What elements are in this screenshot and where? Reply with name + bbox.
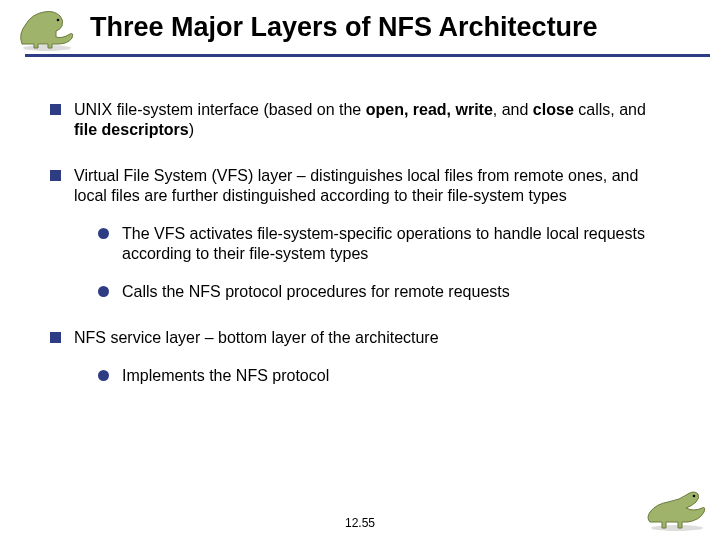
bullet-text: Virtual File System (VFS) layer – distin… [74,166,670,206]
text-bold: open, read, write [366,101,493,118]
text-fragment: , and [493,101,533,118]
svg-point-3 [693,495,696,498]
text-fragment: ) [189,121,194,138]
bullet-nfs-service: NFS service layer – bottom layer of the … [50,328,670,386]
text-bold: close [533,101,574,118]
dinosaur-icon [642,484,712,532]
slide-body: UNIX file-system interface (based on the… [0,70,720,386]
svg-point-1 [57,19,60,22]
slide-title: Three Major Layers of NFS Architecture [90,12,720,43]
text-fragment: calls, and [574,101,646,118]
bullet-unix-interface: UNIX file-system interface (based on the… [50,100,670,140]
page-number: 12.55 [0,516,720,530]
title-underline [25,54,710,57]
text-fragment: UNIX file-system interface (based on the [74,101,366,118]
svg-point-0 [23,45,71,51]
bullet-text: Calls the NFS protocol procedures for re… [122,282,670,302]
subbullet-implements: Implements the NFS protocol [98,366,670,386]
bullet-vfs-layer: Virtual File System (VFS) layer – distin… [50,166,670,302]
text-bold: file descriptors [74,121,189,138]
bullet-text: NFS service layer – bottom layer of the … [74,328,670,348]
svg-point-2 [651,525,703,531]
slide: Three Major Layers of NFS Architecture U… [0,0,720,540]
slide-header: Three Major Layers of NFS Architecture [0,0,720,70]
bullet-text: Implements the NFS protocol [122,366,670,386]
subbullet-vfs-activates: The VFS activates file-system-specific o… [98,224,670,264]
subbullet-nfs-calls: Calls the NFS protocol procedures for re… [98,282,670,302]
bullet-text: UNIX file-system interface (based on the… [74,100,670,140]
dinosaur-icon [12,4,82,52]
bullet-text: The VFS activates file-system-specific o… [122,224,670,264]
